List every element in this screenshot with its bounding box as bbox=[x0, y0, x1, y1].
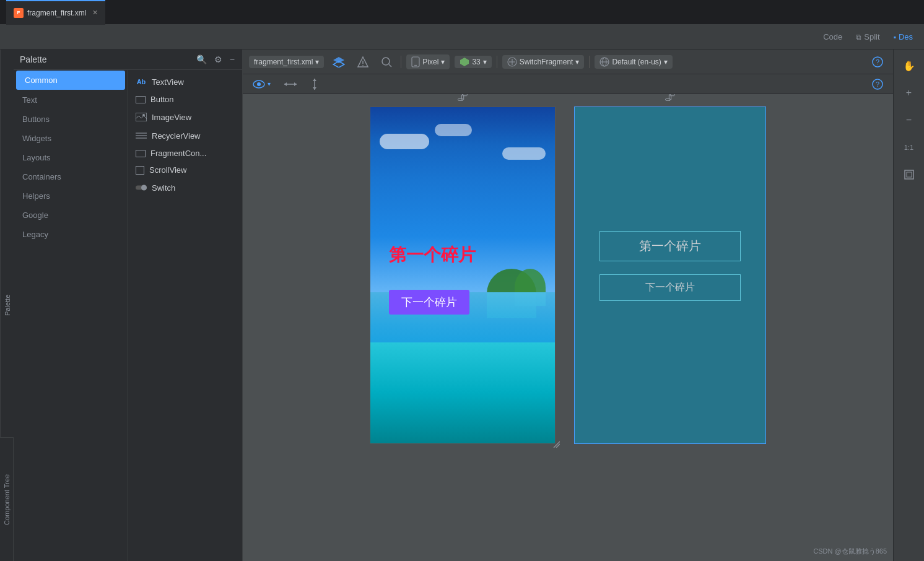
toolbar-separator-1 bbox=[401, 56, 401, 68]
design-area: fragment_first.xml ▾ Pixel ▾ bbox=[243, 50, 893, 561]
svg-point-25 bbox=[257, 82, 261, 86]
fit-screen-button[interactable] bbox=[898, 163, 920, 186]
orient-v-button[interactable] bbox=[307, 77, 323, 92]
split-view-button[interactable]: ⧉ Split bbox=[851, 30, 884, 44]
main-area: Palette Palette 🔍 ⚙ − Common Text Button… bbox=[0, 50, 924, 561]
blueprint-button-text: 下一个碎片 bbox=[645, 282, 695, 292]
zoom-out-button[interactable]: − bbox=[898, 109, 920, 131]
file-tab[interactable]: F fragment_first.xml ✕ bbox=[6, 0, 105, 25]
design-toolbar: fragment_first.xml ▾ Pixel ▾ bbox=[243, 50, 893, 74]
phone-resize-handle[interactable] bbox=[551, 439, 560, 449]
file-tab-label: fragment_first.xml bbox=[27, 9, 86, 17]
preview-chinese-text: 第一个碎片 bbox=[389, 243, 476, 267]
design-view-button[interactable]: ▪ Des bbox=[889, 30, 918, 44]
svg-point-11 bbox=[363, 64, 364, 66]
palette-item-fragmentcontainer[interactable]: FragmentCon... bbox=[128, 145, 242, 162]
palette-item-textview[interactable]: Ab TextView bbox=[128, 72, 242, 91]
phone-preview: 🖇 bbox=[370, 107, 556, 444]
watermark: CSDN @仓鼠雅捻う865 bbox=[813, 547, 887, 556]
palette-item-switch[interactable]: Switch bbox=[128, 178, 242, 197]
switch-icon bbox=[136, 182, 147, 193]
device-chevron: ▾ bbox=[441, 58, 445, 66]
svg-marker-27 bbox=[294, 82, 297, 86]
hand-tool-button[interactable]: ✋ bbox=[898, 54, 920, 77]
design-icon: ▪ bbox=[894, 33, 896, 41]
device-label: Pixel bbox=[422, 58, 438, 66]
sea-layer bbox=[370, 342, 555, 443]
palette-category-legacy[interactable]: Legacy bbox=[14, 225, 128, 244]
layers-button[interactable] bbox=[329, 54, 349, 69]
palette-content: Common Text Buttons Widgets Layouts Cont… bbox=[14, 70, 242, 561]
palette-category-layouts[interactable]: Layouts bbox=[14, 148, 128, 167]
phone-screen: 第一个碎片 下一个碎片 bbox=[370, 107, 556, 444]
svg-point-1 bbox=[142, 114, 145, 116]
beach-background bbox=[370, 107, 555, 443]
locale-chevron: ▾ bbox=[664, 58, 668, 66]
palette-header: Palette 🔍 ⚙ − bbox=[14, 50, 242, 70]
fit-ratio-button[interactable]: 1:1 bbox=[898, 136, 920, 159]
svg-marker-28 bbox=[284, 82, 287, 86]
palette-item-scrollview[interactable]: ScrollView bbox=[128, 162, 242, 178]
svg-rect-37 bbox=[907, 172, 912, 177]
title-bar: F fragment_first.xml ✕ bbox=[0, 0, 924, 25]
palette-category-widgets[interactable]: Widgets bbox=[14, 129, 128, 148]
help-design-button[interactable]: ? bbox=[868, 54, 887, 69]
palette-search-button[interactable]: 🔍 bbox=[195, 53, 208, 66]
palette-category-text[interactable]: Text bbox=[14, 90, 128, 110]
palette-title: Palette bbox=[20, 54, 47, 64]
fragment-chevron: ▾ bbox=[575, 58, 579, 66]
preview-chinese-button[interactable]: 下一个碎片 bbox=[389, 290, 469, 315]
svg-marker-7 bbox=[333, 57, 344, 63]
secondary-toolbar: ▾ ? bbox=[243, 74, 893, 94]
toolbar-separator-3 bbox=[589, 56, 590, 68]
warn-button[interactable] bbox=[354, 54, 372, 69]
orient-h-button[interactable] bbox=[281, 78, 300, 90]
right-sidebar: ✋ + − 1:1 bbox=[893, 50, 924, 561]
svg-marker-30 bbox=[313, 87, 316, 90]
fragmentcontainer-icon bbox=[136, 150, 146, 157]
phone-pin-icon: 🖇 bbox=[457, 94, 468, 104]
palette-category-buttons[interactable]: Buttons bbox=[14, 110, 128, 129]
palette-item-recyclerview[interactable]: RecyclerView bbox=[128, 126, 242, 145]
file-icon: F bbox=[14, 8, 24, 18]
device-selector[interactable]: Pixel ▾ bbox=[406, 54, 450, 69]
blueprint-pin-icon: 🖇 bbox=[665, 94, 676, 104]
api-selector[interactable]: 33 ▾ bbox=[455, 56, 491, 68]
palette-category-google[interactable]: Google bbox=[14, 206, 128, 225]
design-canvas: 🖇 bbox=[243, 94, 893, 561]
palette-category-helpers[interactable]: Helpers bbox=[14, 186, 128, 206]
palette-minimize-button[interactable]: − bbox=[229, 53, 236, 66]
locale-selector[interactable]: Default (en-us) ▾ bbox=[595, 55, 672, 69]
palette-items-list: Ab TextView Button ImageView bbox=[128, 70, 242, 561]
blueprint-preview: 🖇 第一个碎片 下一个碎片 bbox=[574, 107, 766, 444]
cloud-2 bbox=[435, 124, 472, 136]
zoom-in-button[interactable]: + bbox=[898, 82, 920, 104]
palette-category-containers[interactable]: Containers bbox=[14, 167, 128, 186]
close-tab-button[interactable]: ✕ bbox=[92, 9, 98, 17]
textview-icon: Ab bbox=[136, 76, 147, 87]
blueprint-text: 第一个碎片 bbox=[639, 239, 701, 253]
zoom-button[interactable] bbox=[377, 54, 396, 69]
fragment-selector[interactable]: SwitchFragment ▾ bbox=[502, 55, 585, 69]
code-view-button[interactable]: Code bbox=[818, 30, 847, 44]
visibility-button[interactable]: ▾ bbox=[249, 78, 274, 90]
palette-item-button[interactable]: Button bbox=[128, 91, 242, 108]
imageview-icon bbox=[136, 111, 147, 123]
svg-text:?: ? bbox=[876, 80, 879, 88]
api-label: 33 bbox=[472, 58, 480, 66]
palette-item-imageview[interactable]: ImageView bbox=[128, 108, 242, 126]
blueprint-text-box: 第一个碎片 bbox=[599, 231, 741, 261]
palette-settings-button[interactable]: ⚙ bbox=[213, 53, 224, 66]
file-selector-chevron: ▾ bbox=[315, 58, 319, 66]
visibility-chevron: ▾ bbox=[268, 80, 271, 87]
toolbar-separator-2 bbox=[497, 56, 497, 68]
button-icon bbox=[136, 96, 146, 103]
blueprint-button-box: 下一个碎片 bbox=[599, 274, 741, 301]
file-selector-label: fragment_first.xml bbox=[254, 58, 313, 66]
palette-category-common[interactable]: Common bbox=[16, 71, 125, 90]
scrollview-icon bbox=[136, 166, 144, 175]
cloud-1 bbox=[380, 134, 429, 149]
svg-point-6 bbox=[141, 185, 147, 191]
file-selector[interactable]: fragment_first.xml ▾ bbox=[249, 56, 324, 68]
help-secondary-button[interactable]: ? bbox=[868, 77, 887, 92]
